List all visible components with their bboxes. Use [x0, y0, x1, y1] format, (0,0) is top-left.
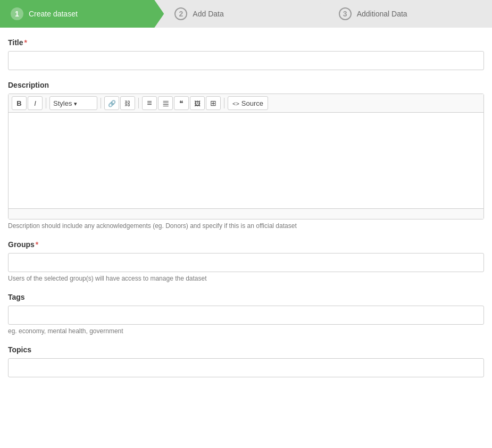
unordered-list-icon [147, 98, 152, 108]
styles-dropdown[interactable]: Styles [49, 96, 97, 110]
tags-field-group: Tags eg. economy, mental health, governm… [8, 293, 484, 335]
stepper: 1 Create dataset 2 Add Data 3 Additional… [0, 0, 492, 28]
topics-label: Topics [8, 345, 484, 354]
description-editor: B I Styles [8, 94, 484, 219]
description-editor-content[interactable] [9, 113, 483, 208]
tags-input[interactable] [8, 306, 484, 325]
step-3-label: Additional Data [357, 10, 407, 18]
tags-hint: eg. economy, mental health, government [8, 327, 484, 335]
blockquote-icon [179, 99, 184, 107]
step-1-label: Create dataset [29, 10, 78, 18]
description-hint: Description should include any acknowled… [8, 222, 484, 230]
editor-footer [9, 208, 483, 219]
groups-label: Groups* [8, 240, 484, 249]
editor-toolbar: B I Styles [9, 94, 483, 113]
source-code-icon [232, 99, 239, 107]
step-3[interactable]: 3 Additional Data [328, 0, 492, 28]
image-button[interactable] [190, 96, 205, 110]
image-icon [194, 99, 201, 107]
step-1-number: 1 [11, 7, 23, 20]
unordered-list-button[interactable] [142, 96, 157, 110]
form-container: Title* Description B I Styles [0, 28, 492, 399]
blockquote-button[interactable] [174, 96, 189, 110]
table-icon [210, 99, 216, 107]
groups-input[interactable] [8, 253, 484, 272]
groups-field-group: Groups* Users of the selected group(s) w… [8, 240, 484, 282]
description-label: Description [8, 81, 484, 89]
groups-required: * [36, 240, 38, 249]
step-2-label: Add Data [193, 10, 223, 18]
unlink-icon [124, 99, 131, 107]
styles-label: Styles [53, 99, 72, 107]
topics-field-group: Topics [8, 345, 484, 377]
title-field-group: Title* [8, 38, 484, 70]
link-icon [108, 99, 116, 107]
ordered-list-icon [162, 98, 169, 108]
description-field-group: Description B I Styles [8, 81, 484, 230]
step-2[interactable]: 2 Add Data [164, 0, 328, 28]
toolbar-separator-1 [46, 98, 46, 108]
source-button[interactable]: Source [228, 96, 268, 110]
title-label: Title* [8, 38, 484, 47]
title-input[interactable] [8, 51, 484, 70]
table-button[interactable] [206, 96, 221, 110]
toolbar-separator-2 [101, 98, 101, 108]
topics-input[interactable] [8, 358, 484, 377]
toolbar-separator-3 [138, 98, 139, 108]
tags-label: Tags [8, 293, 484, 301]
toolbar-separator-4 [224, 98, 224, 108]
link-button[interactable] [104, 96, 119, 110]
step-1[interactable]: 1 Create dataset [0, 0, 164, 28]
source-label: Source [241, 99, 263, 107]
italic-button[interactable]: I [28, 96, 43, 110]
groups-hint: Users of the selected group(s) will have… [8, 275, 484, 282]
styles-chevron-icon [74, 99, 77, 107]
step-2-number: 2 [174, 7, 187, 20]
bold-button[interactable]: B [12, 96, 27, 110]
step-3-number: 3 [339, 7, 352, 20]
title-required: * [24, 38, 27, 47]
ordered-list-button[interactable] [158, 96, 173, 110]
unlink-button[interactable] [120, 96, 135, 110]
